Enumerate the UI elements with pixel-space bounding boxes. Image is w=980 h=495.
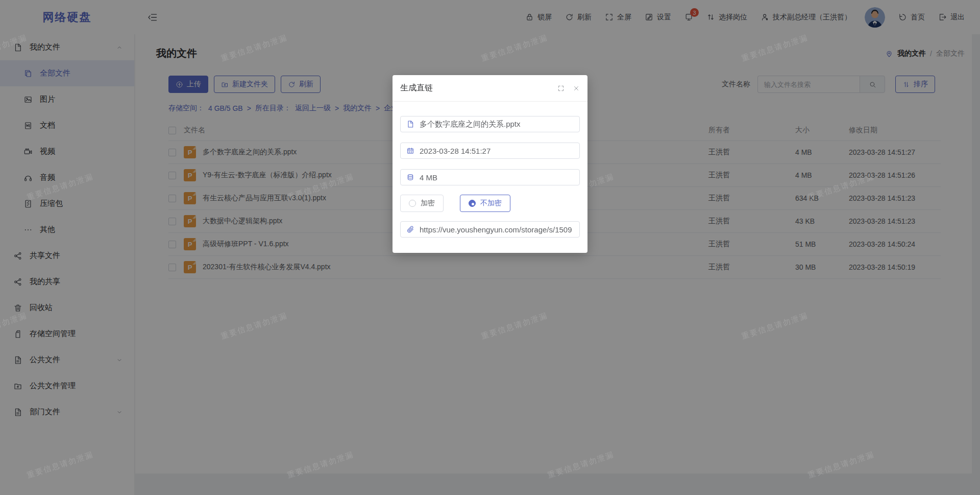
- link-file-size-value: 4 MB: [420, 173, 437, 182]
- link-file-name-field[interactable]: 多个数字底座之间的关系.pptx: [400, 116, 580, 132]
- paperclip-icon: [406, 225, 414, 233]
- encrypt-label: 加密: [421, 199, 435, 208]
- direct-link-value: https://vue.youshengyun.com/storage/s/15…: [420, 225, 572, 234]
- encrypt-radio[interactable]: 加密: [400, 195, 444, 212]
- no-encrypt-radio[interactable]: 不加密: [460, 195, 510, 212]
- direct-link-field[interactable]: https://vue.youshengyun.com/storage/s/15…: [400, 221, 580, 238]
- calendar-icon: [406, 147, 414, 155]
- generate-direct-link-dialog: 生成直链 多个数字底座之间的关系.pptx 2023-03-28 14:51:2…: [393, 75, 587, 253]
- radio-selected-icon: [469, 200, 476, 207]
- link-file-date-value: 2023-03-28 14:51:27: [420, 147, 491, 155]
- radio-circle-icon: [409, 200, 416, 207]
- dialog-maximize-icon[interactable]: [557, 85, 565, 92]
- no-encrypt-label: 不加密: [480, 199, 502, 208]
- link-file-name-value: 多个数字底座之间的关系.pptx: [420, 120, 521, 129]
- link-file-size-field[interactable]: 4 MB: [400, 169, 580, 185]
- dialog-close-icon[interactable]: [573, 85, 580, 92]
- file-icon: [406, 120, 414, 128]
- storage-size-icon: [406, 173, 414, 181]
- dialog-title: 生成直链: [400, 83, 433, 93]
- link-file-date-field[interactable]: 2023-03-28 14:51:27: [400, 143, 580, 159]
